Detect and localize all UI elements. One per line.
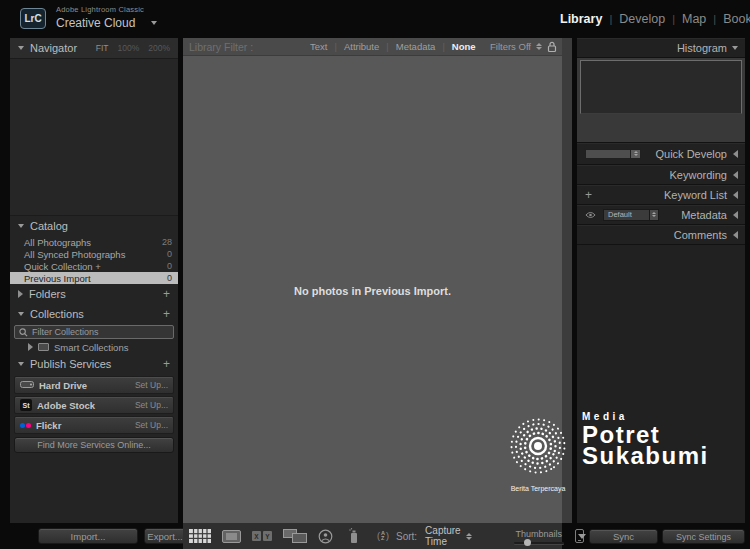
export-button[interactable]: Export... [144,528,186,544]
eye-icon[interactable] [585,211,596,219]
zoom-100-option[interactable]: 100% [118,43,140,53]
catalog-header[interactable]: Catalog [10,216,178,236]
watermark-line3: Sukabumi [582,445,709,466]
publish-service-flickr[interactable]: Flickr Set Up... [14,416,174,434]
module-tab-book[interactable]: Book [723,12,750,26]
thumbnail-size-slider[interactable] [514,542,564,544]
module-separator: | [713,13,716,25]
publish-service-adobe-stock[interactable]: St Adobe Stock Set Up... [14,396,174,414]
triangle-right-icon [28,343,33,351]
collections-header[interactable]: Collections + [10,304,178,324]
triangle-down-icon [732,46,738,50]
comments-header[interactable]: Comments [577,225,745,245]
slider-knob[interactable] [524,539,531,546]
module-tab-library[interactable]: Library [560,12,602,26]
left-panel: Navigator FIT 100% 200% Catalog All Phot… [10,38,178,523]
triangle-down-icon [18,224,24,228]
module-tab-map[interactable]: Map [682,12,706,26]
loupe-view-button[interactable] [222,530,241,543]
metadata-preset-dropdown[interactable]: Default [603,209,659,221]
stepper-icon [630,150,640,158]
metadata-header[interactable]: Default Metadata [577,205,745,225]
filter-collections-input[interactable]: Filter Collections [14,325,174,339]
service-name: Adobe Stock [37,400,95,411]
quick-develop-title: Quick Develop [655,148,727,160]
catalog-item-label: All Synced Photographs [24,249,125,260]
navigator-header[interactable]: Navigator FIT 100% 200% [10,38,178,58]
hard-drive-icon [20,380,34,390]
grid-view-button[interactable] [189,529,211,543]
filter-option-none[interactable]: None [445,41,483,52]
lock-icon[interactable] [547,41,557,53]
publish-services-header[interactable]: Publish Services + [10,354,178,374]
service-setup-link[interactable]: Set Up... [135,420,168,430]
module-separator: | [609,13,612,25]
service-setup-link[interactable]: Set Up... [135,400,168,410]
lightroom-window: LrC Adobe Lightroom Classic Creative Clo… [0,0,750,549]
stepper-icon [536,43,542,50]
watermark-text: Media Potret Sukabumi [582,411,709,466]
adobe-stock-icon: St [20,399,32,411]
filters-state-control[interactable]: Filters Off [490,41,557,53]
publish-service-hard-drive[interactable]: Hard Drive Set Up... [14,376,174,394]
quick-develop-header[interactable]: Quick Develop [577,143,745,165]
triangle-left-icon [733,150,738,158]
app-name: Adobe Lightroom Classic [56,5,157,14]
navigator-zoom-options: FIT 100% 200% [96,43,178,53]
add-publish-service-button[interactable]: + [163,357,178,371]
smart-collections-item[interactable]: Smart Collections [10,340,178,354]
stepper-icon [649,210,658,220]
service-setup-link[interactable]: Set Up... [135,380,168,390]
filter-option-attribute[interactable]: Attribute [337,41,386,52]
sort-criteria-dropdown[interactable]: Capture Time [425,525,461,547]
triangle-left-icon [733,191,738,199]
account-menu[interactable]: Creative Cloud [56,16,157,30]
catalog-item-previous-import[interactable]: Previous Import 0 [10,272,178,284]
histogram-title: Histogram [677,42,727,54]
sync-settings-button[interactable]: Sync Settings [662,529,745,544]
add-collection-button[interactable]: + [163,307,178,321]
add-folder-button[interactable]: + [163,287,178,301]
import-button[interactable]: Import... [38,528,138,544]
add-keyword-button[interactable]: + [585,188,592,202]
module-tab-develop[interactable]: Develop [619,12,665,26]
library-filter-label: Library Filter : [189,41,253,53]
library-filter-bar: Library Filter : Text | Attribute | Meta… [183,38,562,56]
catalog-item-count: 0 [167,249,172,259]
compare-view-button[interactable]: X Y [252,531,272,541]
catalog-item-count: 28 [162,237,172,247]
catalog-item-all-photographs[interactable]: All Photographs 28 [10,236,178,248]
find-more-services-button[interactable]: Find More Services Online... [14,437,174,453]
people-view-button[interactable] [318,529,333,544]
flickr-icon [20,423,31,428]
painter-tool-button[interactable] [349,528,359,544]
grid-view-icon [189,529,211,543]
module-picker: Library | Develop | Map | Book | Slidesh… [556,12,750,26]
zoom-fit-option[interactable]: FIT [96,43,109,53]
triangle-down-icon [18,362,24,366]
filter-option-text[interactable]: Text [303,41,334,52]
folders-header[interactable]: Folders + [10,284,178,304]
toolbar-options-button[interactable] [578,534,586,539]
top-bar: LrC Adobe Lightroom Classic Creative Clo… [0,0,750,38]
keyword-list-header[interactable]: + Keyword List [577,185,745,205]
keywording-header[interactable]: Keywording [577,165,745,185]
survey-view-button[interactable] [283,529,307,543]
saved-preset-dropdown[interactable] [585,149,641,159]
sync-button[interactable]: Sync [589,529,658,544]
catalog-item-quick-collection[interactable]: Quick Collection + 0 [10,260,178,272]
filter-collections-placeholder: Filter Collections [32,327,99,337]
filter-option-metadata[interactable]: Metadata [389,41,443,52]
sort-label: Sort: [396,531,417,542]
chevron-down-icon [151,21,157,25]
account-label: Creative Cloud [56,16,135,30]
metadata-title: Metadata [681,209,727,221]
histogram-display [580,60,742,114]
histogram-header[interactable]: Histogram [577,38,745,58]
logo-text: LrC [24,13,41,24]
watermark-tagline: Berita Terpercaya [499,485,577,492]
metadata-preset-value: Default [608,210,632,219]
zoom-200-option[interactable]: 200% [148,43,170,53]
catalog-item-all-synced[interactable]: All Synced Photographs 0 [10,248,178,260]
sort-direction-button[interactable]: ( AZ ) [377,531,389,541]
